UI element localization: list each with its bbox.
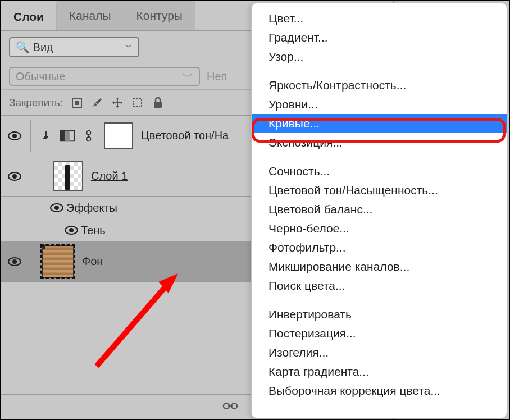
menu-separator <box>252 300 507 300</box>
link-layers-icon[interactable] <box>222 400 238 414</box>
svg-point-20 <box>12 259 17 264</box>
layer-mask-thumbnail[interactable] <box>104 122 133 149</box>
visibility-icon[interactable] <box>62 225 81 235</box>
effects-label: Эффекты <box>66 202 117 214</box>
adjustment-layer-menu: Цвет... Градиент... Узор... Яркость/Конт… <box>251 3 507 418</box>
menu-item-channel-mixer[interactable]: Микширование каналов... <box>252 257 507 276</box>
lock-label: Закрепить: <box>9 97 63 109</box>
menu-item-gradient[interactable]: Градиент... <box>252 28 507 47</box>
adjustment-icons <box>39 130 96 142</box>
visibility-icon[interactable] <box>47 203 66 213</box>
layer-name[interactable]: Цветовой тон/На <box>141 129 229 142</box>
menu-item-color-lookup[interactable]: Поиск цвета... <box>252 276 507 295</box>
menu-item-selective-color[interactable]: Выборочная коррекция цвета... <box>252 381 507 400</box>
visibility-icon[interactable] <box>7 131 22 141</box>
menu-item-hue-sat[interactable]: Цветовой тон/Насыщенность... <box>252 181 507 200</box>
lock-brush-icon[interactable] <box>91 97 103 109</box>
blend-mode-select[interactable]: Обычные ﹀ <box>9 67 200 86</box>
hue-sat-icon <box>60 130 75 142</box>
layer-name[interactable]: Фон <box>82 255 103 268</box>
menu-item-vibrance[interactable]: Сочность... <box>252 162 507 181</box>
svg-point-6 <box>12 134 17 138</box>
chevron-down-icon: ﹀ <box>182 69 193 84</box>
lock-transparent-icon[interactable] <box>71 97 83 109</box>
svg-rect-3 <box>134 99 142 107</box>
menu-item-gradient-map[interactable]: Карта градиента... <box>252 362 507 381</box>
menu-item-pattern[interactable]: Узор... <box>252 47 507 66</box>
layer-thumbnail[interactable] <box>42 245 74 278</box>
tab-channels[interactable]: Каналы <box>57 1 124 30</box>
svg-rect-4 <box>154 102 162 108</box>
menu-item-posterize[interactable]: Постеризация... <box>252 324 507 343</box>
menu-item-color-balance[interactable]: Цветовой баланс... <box>252 200 507 219</box>
menu-separator <box>252 71 507 71</box>
svg-rect-9 <box>65 130 69 141</box>
svg-rect-8 <box>61 130 65 141</box>
menu-item-exposure[interactable]: Экспозиция... <box>252 133 507 152</box>
filter-type-label: Вид <box>33 41 53 53</box>
svg-point-18 <box>69 228 74 232</box>
svg-point-16 <box>54 206 59 210</box>
opacity-label: Неп <box>207 70 227 83</box>
effect-name: Тень <box>81 224 106 237</box>
menu-item-levels[interactable]: Уровни... <box>252 95 507 114</box>
menu-separator <box>252 157 507 157</box>
lock-position-icon[interactable] <box>111 97 124 109</box>
menu-item-brightness[interactable]: Яркость/Контрастность... <box>252 76 507 95</box>
chevron-down-icon: ﹀ <box>125 42 133 52</box>
visibility-icon[interactable] <box>7 257 22 267</box>
blend-mode-label: Обычные <box>16 70 65 83</box>
lock-all-icon[interactable] <box>152 97 164 109</box>
lock-artboard-icon[interactable] <box>131 97 144 109</box>
menu-item-invert[interactable]: Инвертировать <box>252 305 507 324</box>
filter-type-select[interactable]: 🔍 Вид ﹀ <box>9 37 139 57</box>
svg-point-14 <box>12 174 17 179</box>
menu-item-black-white[interactable]: Черно-белое... <box>252 219 507 238</box>
clip-indicator-icon <box>39 130 53 142</box>
visibility-icon[interactable] <box>7 171 22 181</box>
link-icon[interactable] <box>81 130 96 142</box>
tab-paths[interactable]: Контуры <box>124 1 195 30</box>
menu-item-solid-color[interactable]: Цвет... <box>252 9 507 28</box>
tab-layers[interactable]: Слои <box>1 1 57 30</box>
menu-item-curves[interactable]: Кривые... <box>252 114 507 133</box>
menu-item-photo-filter[interactable]: Фотофильтр... <box>252 238 507 257</box>
layer-name[interactable]: Слой 1 <box>91 170 128 182</box>
menu-item-threshold[interactable]: Изогелия... <box>252 343 507 362</box>
layer-thumbnail[interactable] <box>53 161 83 191</box>
